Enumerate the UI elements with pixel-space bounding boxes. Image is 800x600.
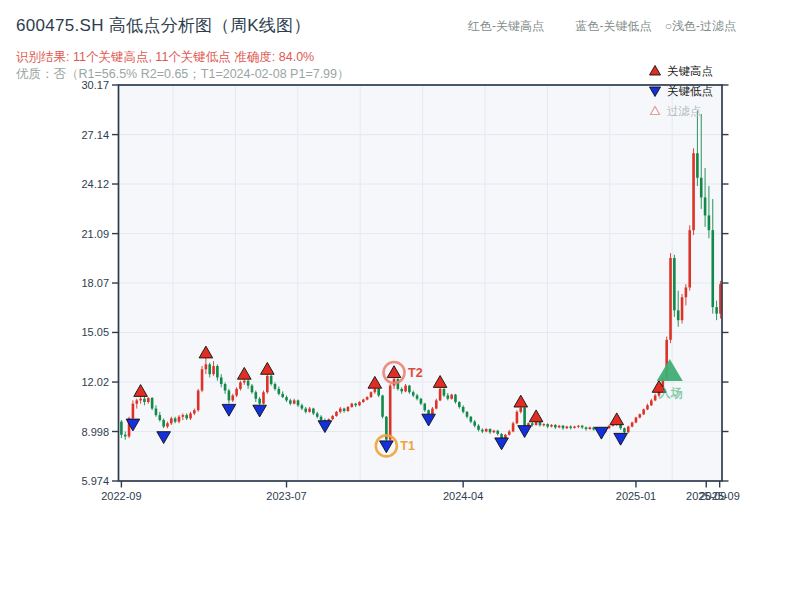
candle (312, 409, 315, 414)
legend-label: 关键高点 (667, 65, 713, 77)
candle (235, 389, 238, 396)
y-tick-label: 24.12 (81, 178, 109, 190)
candle (162, 420, 165, 427)
candle (297, 400, 300, 405)
candle (458, 402, 461, 407)
candle (704, 197, 707, 215)
candle (677, 310, 680, 320)
candle (370, 392, 373, 397)
candle (531, 423, 534, 425)
candle (654, 395, 657, 400)
x-tick-label: 2022-09 (101, 490, 141, 502)
candle (166, 423, 169, 426)
kline-analysis-page: 600475.SH 高低点分析图（周K线图） 红色-关键高点 蓝色-关键低点 ○… (0, 0, 800, 600)
candle (189, 413, 192, 418)
candle (493, 431, 496, 433)
candle (420, 399, 423, 404)
candle (331, 416, 334, 419)
candle (366, 397, 369, 399)
candle (347, 407, 350, 411)
candle (485, 429, 488, 431)
candle (500, 434, 503, 438)
candle (473, 422, 476, 426)
x-tick-label: 2024-04 (443, 490, 483, 502)
candle (639, 414, 642, 417)
candle (231, 395, 234, 400)
candle (585, 427, 588, 429)
candle (669, 258, 672, 340)
candle (646, 405, 649, 409)
annotation-label-t2: T2 (408, 366, 423, 380)
candle (404, 386, 407, 392)
candle (631, 422, 634, 426)
candle (700, 178, 703, 198)
candle (589, 427, 592, 429)
candle (523, 408, 526, 426)
candle (247, 381, 250, 386)
candle (635, 418, 638, 423)
candle (201, 369, 204, 390)
candle (212, 366, 215, 374)
candle (270, 376, 273, 384)
candle (120, 422, 123, 435)
candle (293, 400, 296, 403)
candle (431, 409, 434, 415)
candle (496, 431, 499, 434)
candle (251, 386, 254, 393)
candle (255, 392, 258, 399)
kline-chart: 入场T1T230.1727.1424.1221.0918.0715.0512.0… (0, 0, 800, 600)
candle (320, 417, 323, 420)
legend-key-high-icon (650, 66, 661, 76)
candle (550, 425, 553, 427)
y-tick-label: 5.974 (81, 475, 109, 487)
candle (450, 395, 453, 399)
candle (508, 431, 511, 434)
candle (339, 409, 342, 412)
candle (711, 230, 714, 307)
candle (477, 426, 480, 430)
candle (228, 391, 231, 401)
candle (178, 417, 181, 422)
candle (159, 415, 162, 420)
entry-label: 入场 (658, 386, 683, 400)
candle (708, 215, 711, 230)
x-tick-label: 2025-09 (699, 490, 739, 502)
candle (423, 404, 426, 411)
candle (174, 418, 177, 421)
candle (362, 400, 365, 402)
candle (389, 386, 392, 440)
y-tick-label: 21.09 (81, 228, 109, 240)
candle (400, 389, 403, 391)
candle (155, 409, 158, 416)
candle (335, 412, 338, 416)
candle (262, 392, 265, 403)
candle (715, 307, 718, 314)
candle (243, 381, 246, 383)
y-tick-label: 12.02 (81, 376, 109, 388)
x-tick-label: 2025-01 (616, 490, 656, 502)
candle (354, 404, 357, 406)
candle (208, 364, 211, 374)
candle (132, 404, 135, 419)
candle (205, 364, 208, 369)
candle (143, 399, 146, 402)
candle (151, 398, 154, 409)
candle (124, 435, 127, 437)
candle (543, 424, 546, 425)
candle (512, 423, 515, 431)
y-tick-label: 30.17 (81, 79, 109, 91)
candle (696, 153, 699, 178)
candle (443, 389, 446, 396)
candle (351, 404, 354, 407)
candle (516, 412, 519, 423)
y-tick-label: 8.998 (81, 426, 109, 438)
candle (374, 389, 377, 392)
candle (466, 412, 469, 417)
candle (562, 426, 565, 428)
candle (435, 400, 438, 408)
x-tick-label: 2023-07 (266, 490, 306, 502)
candle (308, 409, 311, 412)
candle (170, 418, 173, 423)
candle (489, 429, 492, 432)
candle (258, 399, 261, 404)
